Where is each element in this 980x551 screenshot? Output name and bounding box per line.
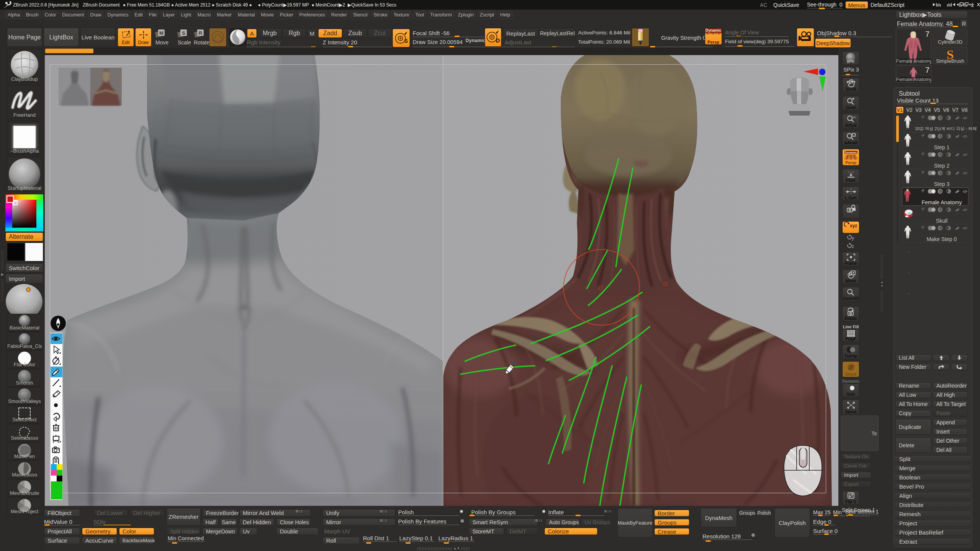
- svg-text:BPR: BPR: [847, 60, 855, 64]
- svg-text:S: S: [404, 38, 408, 44]
- svg-text:R: R: [199, 30, 203, 36]
- svg-text:y: y: [852, 235, 854, 241]
- svg-text:x y z: x y z: [848, 170, 854, 174]
- svg-text:Cylinder3D: Cylinder3D: [938, 39, 962, 45]
- svg-text:M: M: [159, 30, 163, 36]
- svg-text:x1: x1: [853, 116, 856, 119]
- svg-text:SimpleBrush: SimpleBrush: [936, 58, 964, 64]
- svg-text:xyz: xyz: [850, 223, 857, 228]
- svg-text:z: z: [852, 244, 854, 249]
- svg-text:Dynamic: Dynamic: [845, 151, 857, 154]
- svg-text:S: S: [182, 30, 185, 36]
- svg-text:D: D: [496, 37, 500, 44]
